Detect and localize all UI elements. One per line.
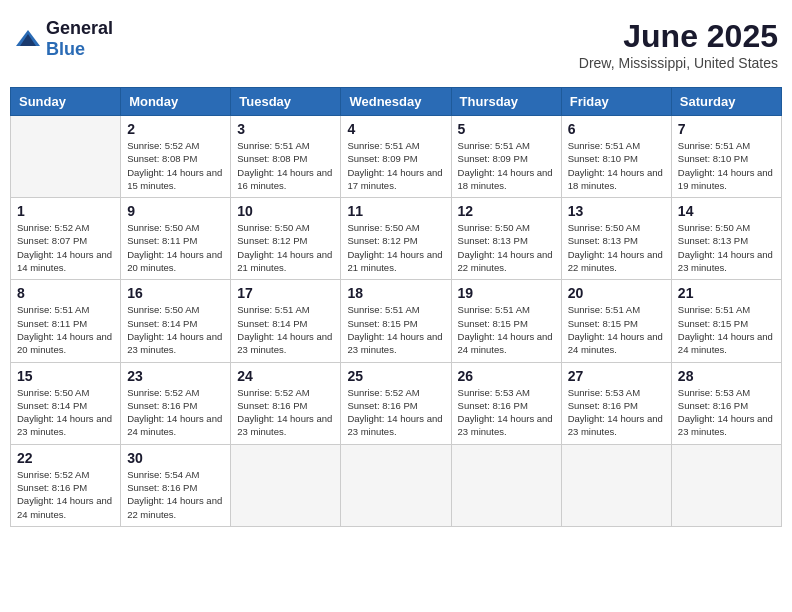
day-detail: Sunrise: 5:50 AM Sunset: 8:14 PM Dayligh…	[127, 303, 224, 356]
day-detail: Sunrise: 5:51 AM Sunset: 8:09 PM Dayligh…	[347, 139, 444, 192]
title-area: June 2025 Drew, Mississippi, United Stat…	[579, 18, 778, 71]
table-row: 15 Sunrise: 5:50 AM Sunset: 8:14 PM Dayl…	[11, 362, 121, 444]
day-detail: Sunrise: 5:51 AM Sunset: 8:15 PM Dayligh…	[568, 303, 665, 356]
header-friday: Friday	[561, 88, 671, 116]
day-number: 17	[237, 285, 334, 301]
calendar-row: 22 Sunrise: 5:52 AM Sunset: 8:16 PM Dayl…	[11, 444, 782, 526]
calendar-subtitle: Drew, Mississippi, United States	[579, 55, 778, 71]
day-detail: Sunrise: 5:50 AM Sunset: 8:13 PM Dayligh…	[458, 221, 555, 274]
calendar-title: June 2025	[579, 18, 778, 55]
day-number: 25	[347, 368, 444, 384]
day-detail: Sunrise: 5:51 AM Sunset: 8:11 PM Dayligh…	[17, 303, 114, 356]
day-number: 13	[568, 203, 665, 219]
day-number: 9	[127, 203, 224, 219]
table-row: 26 Sunrise: 5:53 AM Sunset: 8:16 PM Dayl…	[451, 362, 561, 444]
day-number: 4	[347, 121, 444, 137]
day-number: 19	[458, 285, 555, 301]
day-number: 16	[127, 285, 224, 301]
table-row: 25 Sunrise: 5:52 AM Sunset: 8:16 PM Dayl…	[341, 362, 451, 444]
table-row	[561, 444, 671, 526]
day-number: 20	[568, 285, 665, 301]
table-row: 24 Sunrise: 5:52 AM Sunset: 8:16 PM Dayl…	[231, 362, 341, 444]
table-row: 4 Sunrise: 5:51 AM Sunset: 8:09 PM Dayli…	[341, 116, 451, 198]
day-detail: Sunrise: 5:50 AM Sunset: 8:13 PM Dayligh…	[678, 221, 775, 274]
day-detail: Sunrise: 5:52 AM Sunset: 8:16 PM Dayligh…	[237, 386, 334, 439]
table-row: 20 Sunrise: 5:51 AM Sunset: 8:15 PM Dayl…	[561, 280, 671, 362]
table-row: 9 Sunrise: 5:50 AM Sunset: 8:11 PM Dayli…	[121, 198, 231, 280]
table-row: 27 Sunrise: 5:53 AM Sunset: 8:16 PM Dayl…	[561, 362, 671, 444]
table-row: 16 Sunrise: 5:50 AM Sunset: 8:14 PM Dayl…	[121, 280, 231, 362]
day-number: 12	[458, 203, 555, 219]
day-number: 22	[17, 450, 114, 466]
table-row	[341, 444, 451, 526]
day-detail: Sunrise: 5:51 AM Sunset: 8:09 PM Dayligh…	[458, 139, 555, 192]
day-number: 10	[237, 203, 334, 219]
calendar-row: 2 Sunrise: 5:52 AM Sunset: 8:08 PM Dayli…	[11, 116, 782, 198]
day-number: 7	[678, 121, 775, 137]
calendar-row: 8 Sunrise: 5:51 AM Sunset: 8:11 PM Dayli…	[11, 280, 782, 362]
table-row	[671, 444, 781, 526]
table-row: 28 Sunrise: 5:53 AM Sunset: 8:16 PM Dayl…	[671, 362, 781, 444]
table-row: 19 Sunrise: 5:51 AM Sunset: 8:15 PM Dayl…	[451, 280, 561, 362]
table-row: 14 Sunrise: 5:50 AM Sunset: 8:13 PM Dayl…	[671, 198, 781, 280]
calendar-row: 15 Sunrise: 5:50 AM Sunset: 8:14 PM Dayl…	[11, 362, 782, 444]
table-row: 21 Sunrise: 5:51 AM Sunset: 8:15 PM Dayl…	[671, 280, 781, 362]
day-number: 18	[347, 285, 444, 301]
logo-icon	[14, 28, 42, 50]
table-row	[11, 116, 121, 198]
logo: General Blue	[14, 18, 113, 60]
day-detail: Sunrise: 5:53 AM Sunset: 8:16 PM Dayligh…	[458, 386, 555, 439]
day-detail: Sunrise: 5:52 AM Sunset: 8:16 PM Dayligh…	[17, 468, 114, 521]
table-row: 7 Sunrise: 5:51 AM Sunset: 8:10 PM Dayli…	[671, 116, 781, 198]
day-number: 15	[17, 368, 114, 384]
day-detail: Sunrise: 5:52 AM Sunset: 8:07 PM Dayligh…	[17, 221, 114, 274]
header-thursday: Thursday	[451, 88, 561, 116]
day-detail: Sunrise: 5:51 AM Sunset: 8:10 PM Dayligh…	[568, 139, 665, 192]
table-row	[231, 444, 341, 526]
table-row	[451, 444, 561, 526]
table-row: 8 Sunrise: 5:51 AM Sunset: 8:11 PM Dayli…	[11, 280, 121, 362]
logo-text: General Blue	[46, 18, 113, 60]
table-row: 10 Sunrise: 5:50 AM Sunset: 8:12 PM Dayl…	[231, 198, 341, 280]
calendar-row: 1 Sunrise: 5:52 AM Sunset: 8:07 PM Dayli…	[11, 198, 782, 280]
page-header: General Blue June 2025 Drew, Mississippi…	[10, 10, 782, 79]
header-row: Sunday Monday Tuesday Wednesday Thursday…	[11, 88, 782, 116]
table-row: 12 Sunrise: 5:50 AM Sunset: 8:13 PM Dayl…	[451, 198, 561, 280]
table-row: 1 Sunrise: 5:52 AM Sunset: 8:07 PM Dayli…	[11, 198, 121, 280]
table-row: 2 Sunrise: 5:52 AM Sunset: 8:08 PM Dayli…	[121, 116, 231, 198]
day-number: 28	[678, 368, 775, 384]
day-number: 5	[458, 121, 555, 137]
day-detail: Sunrise: 5:50 AM Sunset: 8:14 PM Dayligh…	[17, 386, 114, 439]
day-detail: Sunrise: 5:52 AM Sunset: 8:16 PM Dayligh…	[127, 386, 224, 439]
day-number: 8	[17, 285, 114, 301]
day-number: 24	[237, 368, 334, 384]
day-number: 2	[127, 121, 224, 137]
header-saturday: Saturday	[671, 88, 781, 116]
header-monday: Monday	[121, 88, 231, 116]
day-number: 3	[237, 121, 334, 137]
table-row: 5 Sunrise: 5:51 AM Sunset: 8:09 PM Dayli…	[451, 116, 561, 198]
table-row: 18 Sunrise: 5:51 AM Sunset: 8:15 PM Dayl…	[341, 280, 451, 362]
day-detail: Sunrise: 5:50 AM Sunset: 8:12 PM Dayligh…	[237, 221, 334, 274]
day-detail: Sunrise: 5:50 AM Sunset: 8:11 PM Dayligh…	[127, 221, 224, 274]
table-row: 22 Sunrise: 5:52 AM Sunset: 8:16 PM Dayl…	[11, 444, 121, 526]
day-detail: Sunrise: 5:50 AM Sunset: 8:13 PM Dayligh…	[568, 221, 665, 274]
table-row: 3 Sunrise: 5:51 AM Sunset: 8:08 PM Dayli…	[231, 116, 341, 198]
day-detail: Sunrise: 5:52 AM Sunset: 8:08 PM Dayligh…	[127, 139, 224, 192]
day-detail: Sunrise: 5:54 AM Sunset: 8:16 PM Dayligh…	[127, 468, 224, 521]
day-number: 21	[678, 285, 775, 301]
day-detail: Sunrise: 5:51 AM Sunset: 8:10 PM Dayligh…	[678, 139, 775, 192]
header-wednesday: Wednesday	[341, 88, 451, 116]
table-row: 17 Sunrise: 5:51 AM Sunset: 8:14 PM Dayl…	[231, 280, 341, 362]
table-row: 30 Sunrise: 5:54 AM Sunset: 8:16 PM Dayl…	[121, 444, 231, 526]
day-detail: Sunrise: 5:53 AM Sunset: 8:16 PM Dayligh…	[568, 386, 665, 439]
day-number: 23	[127, 368, 224, 384]
day-detail: Sunrise: 5:52 AM Sunset: 8:16 PM Dayligh…	[347, 386, 444, 439]
day-detail: Sunrise: 5:53 AM Sunset: 8:16 PM Dayligh…	[678, 386, 775, 439]
day-detail: Sunrise: 5:51 AM Sunset: 8:15 PM Dayligh…	[678, 303, 775, 356]
table-row: 6 Sunrise: 5:51 AM Sunset: 8:10 PM Dayli…	[561, 116, 671, 198]
day-detail: Sunrise: 5:51 AM Sunset: 8:15 PM Dayligh…	[458, 303, 555, 356]
day-number: 11	[347, 203, 444, 219]
table-row: 11 Sunrise: 5:50 AM Sunset: 8:12 PM Dayl…	[341, 198, 451, 280]
day-detail: Sunrise: 5:51 AM Sunset: 8:14 PM Dayligh…	[237, 303, 334, 356]
